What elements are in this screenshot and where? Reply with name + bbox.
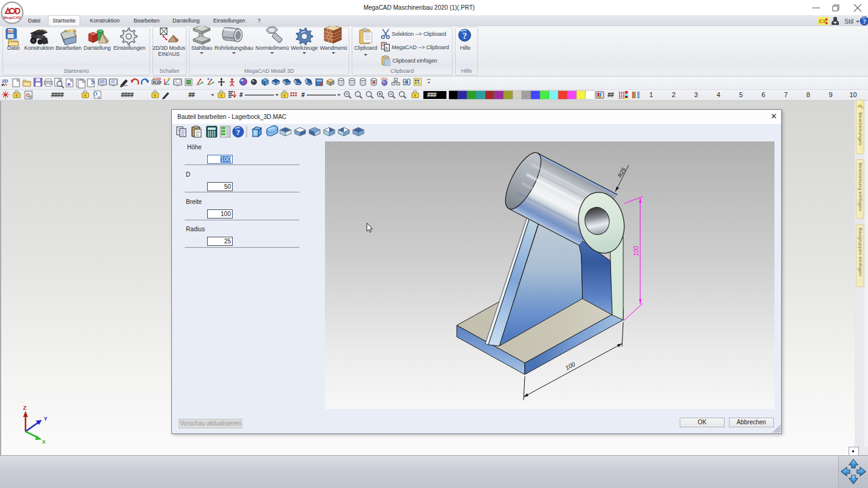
svg-text:2D: 2D <box>2 78 8 84</box>
svg-text:T: T <box>220 94 222 98</box>
svg-text:X: X <box>42 439 46 445</box>
svg-text:100: 100 <box>633 246 640 256</box>
svg-text:#: # <box>301 92 305 98</box>
svg-text:4: 4 <box>717 91 720 98</box>
svg-text:R25: R25 <box>617 166 627 178</box>
svg-text:####: #### <box>121 92 134 98</box>
svg-text:2: 2 <box>672 91 675 98</box>
svg-text:1: 1 <box>649 91 653 98</box>
svg-text:##: ## <box>188 92 195 98</box>
svg-text:3: 3 <box>694 91 698 98</box>
svg-text:00: 00 <box>405 80 409 84</box>
svg-text:PLOT: PLOT <box>153 81 162 84</box>
svg-text:T: T <box>154 94 156 98</box>
svg-text:#: # <box>239 92 243 98</box>
svg-text:8: 8 <box>807 91 810 98</box>
svg-text:T: T <box>414 94 416 98</box>
svg-text:T: T <box>84 94 86 98</box>
svg-text:Stil: Stil <box>844 18 853 25</box>
svg-text:T: T <box>283 94 285 98</box>
svg-text:?: ? <box>863 18 866 25</box>
svg-text:?: ? <box>462 31 467 41</box>
svg-text:5: 5 <box>739 91 743 98</box>
svg-text:Z: Z <box>23 405 27 411</box>
svg-text:AUTO: AUTO <box>152 77 161 81</box>
svg-text:9: 9 <box>829 91 833 98</box>
svg-text:6: 6 <box>762 91 765 98</box>
svg-text:T: T <box>15 94 18 98</box>
svg-text:Y: Y <box>44 416 47 422</box>
svg-text:####: #### <box>51 92 64 98</box>
svg-text:##: ## <box>607 92 614 98</box>
svg-text:?: ? <box>236 127 241 137</box>
svg-text:10: 10 <box>849 91 856 98</box>
svg-text:###: ### <box>427 92 437 98</box>
svg-text:100: 100 <box>564 361 576 371</box>
svg-text:6: 6 <box>386 46 388 50</box>
svg-text:MegaCAD: MegaCAD <box>4 16 21 19</box>
svg-text:PRT: PRT <box>8 30 14 33</box>
svg-text:7: 7 <box>784 91 788 98</box>
